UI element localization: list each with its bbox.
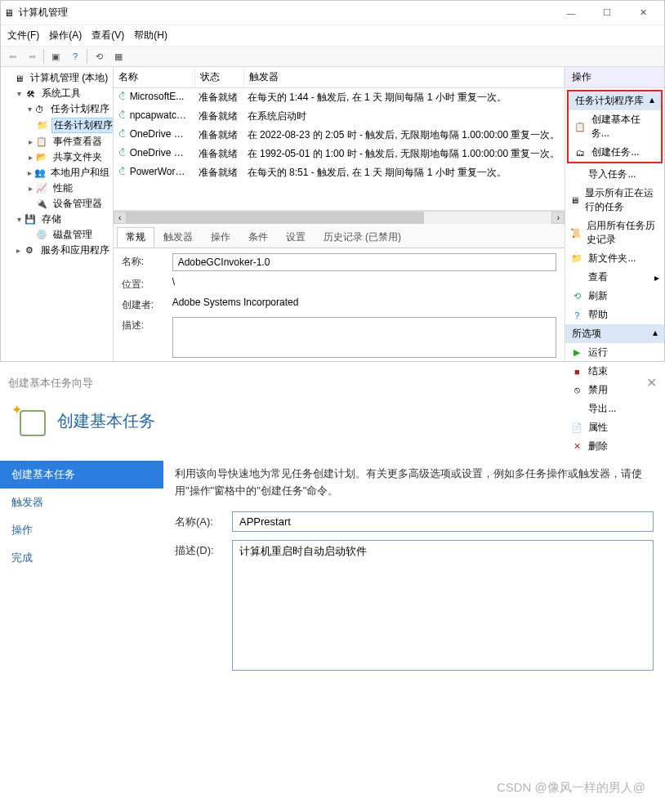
detail-description-field[interactable] (172, 317, 557, 358)
action-new-folder[interactable]: 📁新文件夹... (565, 249, 664, 268)
menu-help[interactable]: 帮助(H) (134, 29, 167, 42)
navigation-tree[interactable]: ↘ 🖥计算机管理 (本地) ▾🛠系统工具 ▾⏱任务计划程序 📁任务计划程序库 ▸… (1, 67, 114, 361)
task-row[interactable]: ⏱PowerWord...准备就绪在每天的 8:51 - 触发后, 在 1 天 … (114, 163, 565, 182)
menu-action[interactable]: 操作(A) (49, 29, 82, 42)
tree-local-users[interactable]: ▸👥本地用户和组 (2, 165, 111, 181)
tab-settings[interactable]: 设置 (277, 227, 315, 248)
titlebar: 🖥 计算机管理 — ☐ ✕ (1, 1, 664, 25)
task-row[interactable]: ⏱MicrosoftE...准备就绪在每天的 1:44 - 触发后, 在 1 天… (114, 88, 565, 107)
action-import-task[interactable]: 导入任务... (565, 165, 664, 184)
actions-header: 操作 (565, 67, 664, 88)
tree-performance[interactable]: ▸📈性能 (2, 181, 111, 196)
task-list-header: 名称 状态 触发器 (114, 67, 565, 88)
label-location: 位置: (122, 276, 166, 292)
label-description: 描述: (122, 317, 166, 358)
tree-task-scheduler[interactable]: ▾⏱任务计划程序 (2, 101, 111, 117)
action-run[interactable]: ▶运行 (565, 343, 664, 362)
action-create-task[interactable]: 🗂创建任务... (569, 143, 661, 162)
menu-file[interactable]: 文件(F) (7, 29, 39, 42)
task-list-panel: 名称 状态 触发器 ⏱MicrosoftE...准备就绪在每天的 1:44 - … (114, 67, 566, 361)
action-create-basic-task[interactable]: 📋创建基本任务... (569, 110, 661, 143)
action-export[interactable]: 导出... (565, 399, 664, 418)
task-details: 名称: 位置: \ 创建者: Adobe Systems Incorporate… (114, 248, 565, 363)
task-row[interactable]: ⏱OneDrive R...准备就绪在 2022-08-23 的 2:05 时 … (114, 126, 565, 145)
minimize-button[interactable]: — (553, 2, 589, 25)
toolbar: ⬅ ➡ ▣ ? ⟲ ▦ (1, 47, 664, 67)
detail-name-field[interactable] (172, 253, 557, 271)
history-icon: 📜 (570, 228, 582, 239)
task-icon: ⏱ (114, 108, 125, 125)
action-enable-history[interactable]: 📜启用所有任务历史记录 (565, 216, 664, 249)
properties-icon: 📄 (570, 422, 583, 433)
task-icon: ⏱ (114, 145, 125, 163)
forward-button[interactable]: ➡ (24, 48, 40, 65)
wizard-step-action[interactable]: 操作 (0, 516, 163, 544)
wizard-heading: 创建基本任务 (57, 410, 155, 432)
wizard-main: 利用该向导快速地为常见任务创建计划。有关更多高级选项或设置，例如多任务操作或触发… (163, 457, 665, 801)
delete-icon: ✕ (570, 441, 583, 452)
tree-root[interactable]: 🖥计算机管理 (本地) (2, 70, 111, 86)
play-icon: ▶ (570, 347, 583, 358)
wizard-step-create[interactable]: 创建基本任务 (0, 461, 163, 489)
action-refresh[interactable]: ⟲刷新 (565, 287, 664, 306)
tree-event-viewer[interactable]: ▸📋事件查看器 (2, 134, 111, 149)
scroll-thumb[interactable] (127, 212, 425, 224)
tab-conditions[interactable]: 条件 (239, 227, 277, 248)
collapse-icon[interactable]: ▴ (653, 327, 658, 341)
tree-task-scheduler-library[interactable]: 📁任务计划程序库 (2, 117, 111, 134)
wizard-step-finish[interactable]: 完成 (0, 544, 163, 572)
computer-management-window: 🖥 计算机管理 — ☐ ✕ 文件(F) 操作(A) 查看(V) 帮助(H) ⬅ … (0, 0, 665, 362)
action-properties[interactable]: 📄属性 (565, 418, 664, 437)
show-hide-tree-button[interactable]: ▣ (47, 48, 64, 65)
wizard-name-input[interactable] (232, 511, 654, 532)
tree-disk-management[interactable]: 💿磁盘管理 (2, 227, 111, 243)
wizard-title: 创建基本任务向导 (8, 376, 93, 390)
display-icon: 🖥 (570, 195, 579, 205)
tab-general[interactable]: 常规 (117, 227, 154, 248)
label-author: 创建者: (122, 297, 166, 312)
menu-view[interactable]: 查看(V) (91, 29, 124, 42)
wizard-icon: 📋 (574, 122, 586, 132)
wizard-desc-label: 描述(D): (175, 540, 224, 558)
col-state[interactable]: 状态 (195, 67, 244, 87)
col-name[interactable]: 名称 (114, 67, 195, 87)
scroll-left-button[interactable]: ‹ (114, 212, 127, 224)
help-icon[interactable]: ? (67, 48, 83, 65)
task-list[interactable]: ⏱MicrosoftE...准备就绪在每天的 1:44 - 触发后, 在 1 天… (114, 88, 565, 211)
action-show-running[interactable]: 🖥显示所有正在运行的任务 (565, 184, 664, 216)
wizard-nav: 创建基本任务 触发器 操作 完成 (0, 457, 163, 801)
task-row[interactable]: ⏱OneDrive St...准备就绪在 1992-05-01 的 1:00 时… (114, 145, 565, 163)
detail-author-value: Adobe Systems Incorporated (172, 297, 557, 312)
actions-section-selected: 所选项▴ (565, 324, 664, 343)
tree-device-manager[interactable]: 🔌设备管理器 (2, 196, 111, 212)
disable-icon: ⦸ (570, 385, 583, 395)
tab-actions[interactable]: 操作 (202, 227, 239, 248)
wizard-intro-text: 利用该向导快速地为常见任务创建计划。有关更多高级选项或设置，例如多任务操作或触发… (175, 466, 654, 500)
refresh-button[interactable]: ⟲ (91, 48, 107, 65)
col-trigger[interactable]: 触发器 (244, 67, 565, 87)
refresh-icon: ⟲ (570, 291, 583, 301)
close-button[interactable]: ✕ (625, 2, 661, 25)
action-help[interactable]: ?帮助 (565, 306, 664, 324)
tab-history[interactable]: 历史记录 (已禁用) (315, 227, 410, 248)
scroll-right-button[interactable]: › (551, 212, 565, 224)
back-button[interactable]: ⬅ (4, 48, 20, 65)
wizard-step-trigger[interactable]: 触发器 (0, 489, 163, 516)
task-icon: ⏱ (114, 89, 125, 106)
tree-shared-folders[interactable]: ▸📂共享文件夹 (2, 149, 111, 165)
wizard-close-button[interactable]: ✕ (646, 375, 657, 390)
wizard-desc-input[interactable]: 计算机重启时自动启动软件 (232, 540, 654, 671)
horizontal-scrollbar[interactable]: ‹ › (114, 211, 565, 224)
tree-storage[interactable]: ▾💾存储 (2, 212, 111, 227)
tree-system-tools[interactable]: ▾🛠系统工具 (2, 86, 111, 101)
task-row[interactable]: ⏱npcapwatch...准备就绪在系统启动时 (114, 107, 565, 126)
maximize-button[interactable]: ☐ (589, 2, 625, 25)
action-delete[interactable]: ✕删除 (565, 437, 664, 456)
tree-services-apps[interactable]: ▸⚙服务和应用程序 (2, 243, 111, 258)
stop-icon: ■ (570, 367, 583, 377)
app-icon: 🖥 (4, 7, 14, 19)
tab-triggers[interactable]: 触发器 (154, 227, 202, 248)
export-button[interactable]: ▦ (110, 48, 127, 65)
action-view[interactable]: 查看▸ (565, 268, 664, 287)
collapse-icon[interactable]: ▴ (649, 94, 654, 108)
